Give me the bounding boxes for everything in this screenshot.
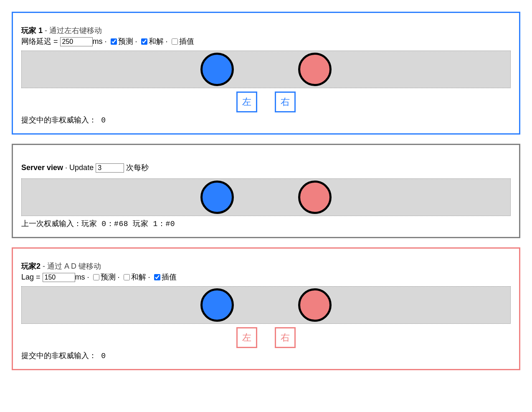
dot: · [63,163,69,172]
dot: · [103,37,109,46]
player1-panel: 玩家 1 - 通过左右键移动 网络延迟 = ms · 预测 · 和解 · 插值 … [12,12,520,135]
player2-ball-blue [200,288,234,322]
server-ball-pink [298,181,332,214]
player1-reconcile-checkbox[interactable] [141,38,147,45]
player1-predict-label: 预测 [118,37,133,46]
player2-predict-label: 预测 [101,273,116,281]
player1-predict-checkbox[interactable] [111,38,117,45]
player2-predict-checkbox[interactable] [93,274,99,280]
player1-status-value: 0 [96,116,106,125]
player2-header: 玩家2 - 通过 A D 键移动 [21,261,511,271]
player1-interp-checkbox[interactable] [172,38,178,45]
server-status: 上一次权威输入：玩家 0：#68 玩家 1：#0 [21,219,511,229]
player2-title: 玩家2 [21,262,41,270]
player1-controls: 网络延迟 = ms · 预测 · 和解 · 插值 [21,36,511,46]
player2-lag-unit: ms [75,273,85,281]
player2-controls: Lag = ms · 预测 · 和解 · 插值 [21,272,511,282]
player2-lag-input[interactable] [43,273,75,282]
dot: · [85,273,91,281]
player1-reconcile-label: 和解 [149,37,164,46]
player1-title: 玩家 1 [21,26,43,35]
player2-left-button[interactable]: 左 [236,327,257,348]
player2-status: 提交中的非权威输入： 0 [21,351,511,361]
player1-header: 玩家 1 - 通过左右键移动 [21,25,511,36]
player2-button-row: 左 右 [21,327,511,348]
server-update-unit: 次每秒 [124,163,149,172]
player1-status: 提交中的非权威输入： 0 [21,115,511,125]
player2-status-value: 0 [96,352,106,360]
player2-reconcile-checkbox[interactable] [124,274,130,280]
player2-lag-label: Lag = [21,273,43,281]
player1-lag-input[interactable] [60,37,93,46]
player1-right-button[interactable]: 右 [275,92,296,112]
server-title: Server view [21,163,63,172]
player1-button-row: 左 右 [21,92,511,112]
dot: · [133,37,139,46]
player2-interp-checkbox[interactable] [154,274,160,280]
server-status-text: 玩家 0：#68 玩家 1：#0 [81,220,175,228]
player1-ball-blue [200,53,234,86]
server-status-prefix: 上一次权威输入： [21,219,81,228]
player2-ball-pink [298,288,332,322]
player1-lag-unit: ms [93,37,103,46]
server-arena [21,178,511,216]
player1-subtitle: - 通过左右键移动 [43,26,102,35]
player2-subtitle: - 通过 A D 键移动 [41,262,101,270]
server-ball-blue [200,181,234,214]
player1-left-button[interactable]: 左 [236,92,257,112]
player2-arena [21,286,511,324]
server-header: Server view · Update 次每秒 [21,163,511,173]
dot: · [116,273,122,281]
server-update-input[interactable] [96,163,124,173]
dot: · [164,37,170,46]
player2-status-label: 提交中的非权威输入： [21,351,96,360]
player2-interp-label: 插值 [162,273,177,281]
player1-status-label: 提交中的非权威输入： [21,116,96,124]
player2-right-button[interactable]: 右 [275,327,296,348]
player2-reconcile-label: 和解 [131,273,146,281]
player1-interp-label: 插值 [179,37,194,46]
server-panel: Server view · Update 次每秒 上一次权威输入：玩家 0：#6… [12,144,520,238]
player1-ball-pink [298,53,332,86]
dot: · [146,273,152,281]
player2-panel: 玩家2 - 通过 A D 键移动 Lag = ms · 预测 · 和解 · 插值… [12,247,520,370]
player1-arena [21,51,511,88]
server-update-label: Update [69,163,96,172]
player1-lag-label: 网络延迟 = [21,37,60,46]
